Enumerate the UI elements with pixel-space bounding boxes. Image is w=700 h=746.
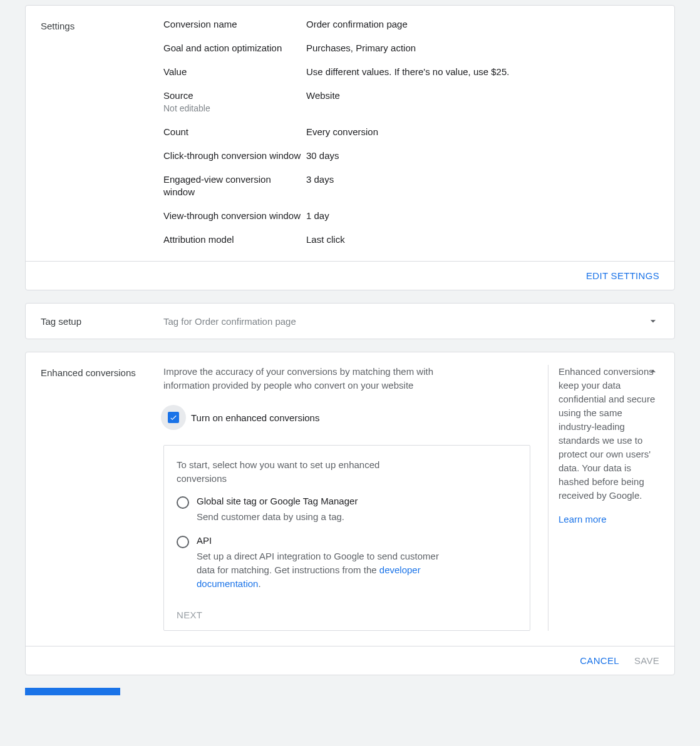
chevron-up-icon[interactable]	[647, 365, 659, 377]
settings-row: Source Not editable Website	[163, 89, 659, 115]
settings-table: Conversion name Order confirmation page …	[163, 18, 659, 246]
settings-card: Settings Conversion name Order confirmat…	[25, 5, 675, 290]
setup-box: To start, select how you want to set up …	[163, 445, 530, 631]
setting-label: Count	[163, 126, 306, 138]
enhanced-checkbox[interactable]	[168, 412, 179, 423]
settings-row: Click-through conversion window 30 days	[163, 150, 659, 162]
radio-label: Global site tag or Google Tag Manager	[197, 496, 517, 506]
settings-row: Value Use different values. If there's n…	[163, 66, 659, 78]
setting-value: Order confirmation page	[306, 18, 408, 31]
tag-setup-row[interactable]: Tag setup Tag for Order confirmation pag…	[25, 303, 675, 339]
checkbox-halo	[161, 405, 186, 430]
radio-option: API Set up a direct API integration to G…	[177, 535, 517, 591]
setting-value: 3 days	[306, 173, 334, 198]
settings-row: Goal and action optimization Purchases, …	[163, 42, 659, 54]
edit-settings-button[interactable]: EDIT SETTINGS	[586, 270, 659, 281]
enhanced-section-label: Enhanced conversions	[41, 365, 163, 631]
radio-desc: Send customer data by using a tag.	[197, 510, 453, 524]
primary-button-partial[interactable]	[25, 688, 120, 695]
setting-value: Last click	[306, 233, 345, 246]
cancel-button[interactable]: CANCEL	[580, 655, 619, 666]
settings-row: View-through conversion window 1 day	[163, 210, 659, 222]
setting-label: Source Not editable	[163, 89, 306, 115]
setting-label: Conversion name	[163, 18, 306, 31]
setting-value: 30 days	[306, 150, 339, 162]
enhanced-description: Improve the accuracy of your conversions…	[163, 365, 464, 392]
learn-more-link[interactable]: Learn more	[558, 514, 656, 524]
radio-api[interactable]	[177, 536, 189, 548]
setting-label: Value	[163, 66, 306, 78]
save-button[interactable]: SAVE	[634, 655, 659, 666]
settings-row: Count Every conversion	[163, 126, 659, 138]
setting-value: Use different values. If there's no valu…	[306, 66, 509, 78]
setup-intro: To start, select how you want to set up …	[177, 458, 427, 486]
setting-value: 1 day	[306, 210, 329, 222]
settings-row: Attribution model Last click	[163, 233, 659, 246]
setting-value: Website	[306, 89, 340, 115]
enhanced-conversions-card: Enhanced conversions Improve the accurac…	[25, 352, 675, 675]
setting-label: Engaged-view conversion window	[163, 173, 306, 198]
radio-label: API	[197, 535, 517, 546]
setting-label: Click-through conversion window	[163, 150, 306, 162]
settings-section-label: Settings	[41, 18, 163, 246]
setting-sublabel: Not editable	[163, 102, 301, 115]
enhanced-checkbox-label: Turn on enhanced conversions	[191, 412, 319, 423]
tag-setup-label: Tag setup	[41, 316, 163, 327]
setting-label: Goal and action optimization	[163, 42, 306, 54]
radio-gtag[interactable]	[177, 496, 189, 509]
next-button[interactable]: NEXT	[177, 610, 202, 620]
side-panel: Enhanced conversions keep your data conf…	[548, 365, 659, 631]
tag-setup-value: Tag for Order confirmation page	[163, 316, 647, 327]
radio-desc: Set up a direct API integration to Googl…	[197, 549, 453, 591]
side-panel-text: Enhanced conversions keep your data conf…	[558, 365, 656, 503]
setting-label: View-through conversion window	[163, 210, 306, 222]
chevron-down-icon	[647, 315, 659, 327]
setting-label: Attribution model	[163, 233, 306, 246]
setting-value: Every conversion	[306, 126, 378, 138]
settings-row: Conversion name Order confirmation page	[163, 18, 659, 31]
setting-value: Purchases, Primary action	[306, 42, 416, 54]
radio-option: Global site tag or Google Tag Manager Se…	[177, 496, 517, 524]
settings-row: Engaged-view conversion window 3 days	[163, 173, 659, 198]
